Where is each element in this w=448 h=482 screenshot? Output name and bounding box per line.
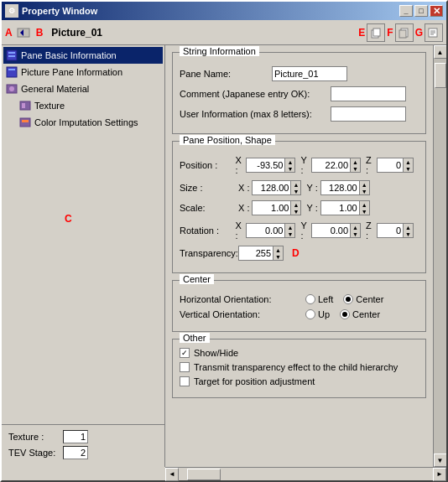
pos-z-input[interactable]	[378, 158, 403, 172]
transmit-checkbox[interactable]	[180, 362, 190, 372]
string-info-title: String Information	[180, 46, 259, 56]
pos-x-input[interactable]	[247, 158, 284, 172]
v-up-radio[interactable]: Up	[305, 309, 330, 319]
rot-z-input[interactable]	[378, 224, 403, 237]
h-center-radio[interactable]: Center	[343, 294, 383, 304]
texture-label: Texture	[34, 101, 65, 111]
scale-x-down[interactable]: ▼	[290, 208, 300, 215]
vertical-scrollbar[interactable]: ▲ ▼	[433, 45, 446, 467]
size-row: Size : X : ▲ ▼ Y	[180, 180, 419, 195]
pos-z-down[interactable]: ▼	[403, 165, 413, 172]
v-up-radio-circle[interactable]	[305, 309, 315, 319]
pos-y-up[interactable]: ▲	[350, 158, 360, 165]
rot-x-spinner: X : ▲ ▼	[236, 220, 296, 241]
scroll-h-thumb[interactable]	[187, 469, 221, 480]
scroll-right-button[interactable]: ►	[433, 468, 446, 481]
rot-x-down[interactable]: ▼	[284, 231, 294, 237]
h-center-radio-circle[interactable]	[343, 294, 353, 304]
close-button[interactable]: ✕	[430, 5, 443, 17]
comment-input[interactable]	[331, 86, 406, 101]
v-center-radio[interactable]: Center	[340, 309, 380, 319]
size-label: Size :	[180, 183, 238, 193]
target-checkbox[interactable]	[180, 376, 190, 386]
transparency-up[interactable]: ▲	[273, 246, 283, 253]
user-info-label: User Information (max 8 letters):	[180, 109, 331, 119]
horizontal-scrollbar[interactable]: ◄ ►	[165, 467, 446, 480]
color-imputation-label: Color Imputation Settings	[34, 117, 138, 127]
transparency-down[interactable]: ▼	[273, 253, 283, 260]
toolbar-icon[interactable]	[14, 23, 33, 42]
copy-icon-btn[interactable]	[367, 23, 385, 42]
size-y-up[interactable]: ▲	[359, 181, 369, 188]
scroll-v-track[interactable]	[434, 59, 446, 453]
sidebar-item-texture[interactable]: Texture	[3, 97, 163, 114]
pane-name-input[interactable]	[272, 66, 347, 81]
rot-y-input[interactable]	[312, 224, 350, 237]
pos-y-down[interactable]: ▼	[350, 165, 360, 172]
copy-svg	[370, 27, 382, 39]
rot-x-input[interactable]	[247, 224, 284, 237]
size-y-input[interactable]	[321, 181, 359, 194]
svg-point-16	[9, 86, 14, 91]
paste-icon-btn[interactable]	[395, 23, 414, 42]
scroll-v-thumb[interactable]	[435, 63, 446, 88]
v-center-radio-circle[interactable]	[340, 309, 350, 319]
tev-value-input[interactable]	[63, 446, 88, 459]
rot-x-up[interactable]: ▲	[284, 224, 294, 231]
pos-z-spinner: Z : ▲ ▼	[366, 155, 414, 175]
sidebar-item-pane-basic[interactable]: Pane Basic Information	[3, 47, 163, 64]
pos-y-input[interactable]	[312, 158, 350, 172]
h-left-radio[interactable]: Left	[305, 294, 333, 304]
content-area: Pane Basic Information Picture Pane Info…	[2, 45, 446, 467]
pos-x-up[interactable]: ▲	[284, 158, 294, 165]
marker-e: E	[358, 27, 365, 39]
sidebar-item-general-material[interactable]: General Material	[3, 80, 163, 97]
texture-value-input[interactable]	[63, 430, 88, 443]
pos-x-down[interactable]: ▼	[284, 165, 294, 172]
paste-svg	[399, 27, 410, 39]
window-icon: ⚙	[5, 4, 18, 18]
scroll-down-button[interactable]: ▼	[434, 453, 447, 467]
scroll-up-button[interactable]: ▲	[434, 45, 447, 59]
svg-rect-14	[8, 69, 15, 70]
rot-z-up[interactable]: ▲	[403, 224, 413, 231]
rot-z-spinner: Z : ▲ ▼	[366, 220, 414, 241]
show-hide-checkbox[interactable]	[180, 348, 190, 358]
scale-y-up[interactable]: ▲	[359, 201, 369, 208]
rot-y-spinner: Y : ▲ ▼	[300, 220, 361, 241]
minimize-button[interactable]: _	[399, 5, 413, 17]
size-x-up[interactable]: ▲	[290, 181, 300, 188]
transparency-input[interactable]	[239, 246, 273, 260]
export-svg	[428, 27, 440, 39]
scale-y-down[interactable]: ▼	[359, 208, 369, 215]
scale-x-up[interactable]: ▲	[290, 201, 300, 208]
user-info-input[interactable]	[331, 106, 406, 122]
h-center-label: Center	[356, 294, 383, 304]
right-area: String Information Pane Name: Comment (J…	[165, 45, 446, 467]
pos-z-up[interactable]: ▲	[403, 158, 413, 165]
export-icon-btn[interactable]	[425, 23, 443, 42]
h-orientation-row: Horizontal Orientation: Left Center	[180, 294, 419, 304]
scale-y-label: Y :	[306, 203, 317, 213]
size-x-input[interactable]	[253, 181, 290, 194]
scale-x-spinner: X : ▲ ▼	[238, 200, 301, 215]
pos-x-label: X :	[236, 155, 244, 175]
scale-y-input[interactable]	[321, 201, 359, 215]
pane-basic-label: Pane Basic Information	[21, 50, 117, 60]
size-x-down[interactable]: ▼	[290, 188, 300, 194]
svg-rect-3	[373, 29, 380, 36]
sidebar-item-picture-pane[interactable]: Picture Pane Information	[3, 64, 163, 80]
scale-x-input[interactable]	[253, 201, 290, 215]
scroll-left-button[interactable]: ◄	[165, 468, 179, 481]
marker-g: G	[415, 27, 423, 39]
sidebar-item-color-imputation[interactable]: Color Imputation Settings	[3, 114, 163, 131]
h-left-radio-circle[interactable]	[305, 294, 315, 304]
string-info-section: String Information Pane Name: Comment (J…	[172, 52, 426, 134]
transmit-row: Transmit transparency effect to the chil…	[180, 362, 419, 372]
rot-y-up[interactable]: ▲	[350, 224, 360, 231]
rot-z-down[interactable]: ▼	[403, 231, 413, 237]
scroll-h-track[interactable]	[179, 468, 433, 480]
size-y-down[interactable]: ▼	[359, 188, 369, 194]
rot-y-down[interactable]: ▼	[350, 231, 360, 237]
maximize-button[interactable]: □	[414, 5, 428, 17]
